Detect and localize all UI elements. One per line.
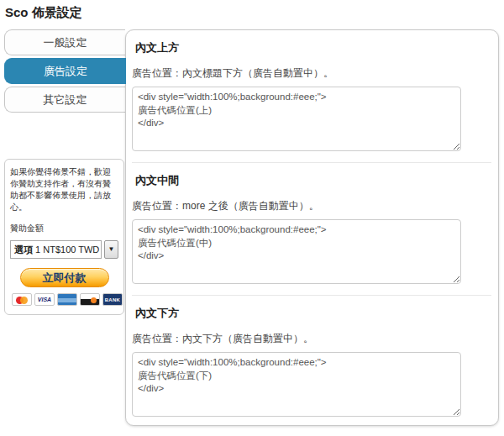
left-column: 一般設定 廣告設定 其它設定 如果你覺得佈景不錯，歡迎你贊助支持作者，有沒有贊助…: [4, 29, 125, 315]
payment-card-icons: VISA BANK: [10, 293, 118, 306]
donation-amount-label: 贊助金額: [10, 223, 118, 234]
ad-code-textarea-middle[interactable]: <div style="width:100%;background:#eee;"…: [132, 219, 461, 284]
donation-box: 如果你覺得佈景不錯，歡迎你贊助支持作者，有沒有贊助都不影響佈景使用，請放心。 贊…: [4, 159, 124, 315]
section-content-bottom: 內文下方 廣告位置：內文下方（廣告自動置中）。 <div style="widt…: [132, 306, 491, 417]
page: Sco 佈景設定 一般設定 廣告設定 其它設定 如果你覺得佈景不錯，歡迎你贊助支…: [0, 0, 504, 436]
dropdown-arrow-button[interactable]: ▼: [104, 240, 118, 259]
section-content-top: 內文上方 廣告位置：內文標題下方（廣告自動置中）。 <div style="wi…: [132, 40, 491, 151]
main-layout: 一般設定 廣告設定 其它設定 如果你覺得佈景不錯，歡迎你贊助支持作者，有沒有贊助…: [4, 29, 499, 426]
donation-option-value: 1 NT$100 TWD: [35, 244, 99, 255]
discover-icon: [80, 293, 100, 306]
section-heading: 內文下方: [135, 306, 491, 321]
chevron-down-icon: ▼: [108, 246, 115, 253]
section-heading: 內文中間: [135, 173, 491, 188]
ad-code-textarea-bottom[interactable]: <div style="width:100%;background:#eee;"…: [132, 352, 461, 417]
section-divider: [132, 295, 491, 296]
page-title: Sco 佈景設定: [5, 5, 499, 21]
ad-settings-panel: 內文上方 廣告位置：內文標題下方（廣告自動置中）。 <div style="wi…: [125, 29, 499, 426]
settings-tabs: 一般設定 廣告設定 其它設定: [4, 29, 125, 115]
bank-icon: BANK: [102, 293, 123, 306]
tab-ad-settings[interactable]: 廣告設定: [4, 58, 126, 84]
donation-amount-select[interactable]: 選項 1 NT$100 TWD ▼: [10, 240, 118, 259]
ad-code-textarea-top[interactable]: <div style="width:100%;background:#eee;"…: [132, 87, 461, 151]
amex-icon: [57, 293, 77, 306]
visa-icon: VISA: [34, 293, 55, 306]
mastercard-icon: [12, 293, 32, 306]
tab-general-settings[interactable]: 一般設定: [4, 29, 125, 55]
section-content-middle: 內文中間 廣告位置：more 之後（廣告自動置中）。 <div style="w…: [132, 173, 491, 284]
donation-message: 如果你覺得佈景不錯，歡迎你贊助支持作者，有沒有贊助都不影響佈景使用，請放心。: [10, 166, 118, 213]
tab-other-settings[interactable]: 其它設定: [4, 87, 125, 113]
section-description: 廣告位置：內文下方（廣告自動置中）。: [132, 332, 491, 346]
paypal-pay-button[interactable]: 立即付款: [20, 268, 109, 287]
section-heading: 內文上方: [135, 40, 491, 55]
section-description: 廣告位置：內文標題下方（廣告自動置中）。: [132, 66, 491, 81]
section-divider: [132, 162, 491, 163]
donation-amount-selected-value: 選項 1 NT$100 TWD: [10, 240, 102, 259]
donation-option-prefix: 選項: [14, 244, 33, 255]
section-description: 廣告位置：more 之後（廣告自動置中）。: [132, 199, 491, 213]
